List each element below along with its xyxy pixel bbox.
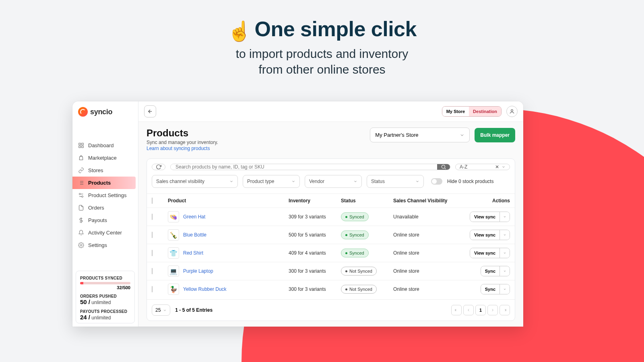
pill-my-store[interactable]: My Store xyxy=(442,107,469,116)
svg-point-11 xyxy=(82,196,83,197)
logo[interactable]: syncio xyxy=(72,101,138,122)
row-checkbox[interactable] xyxy=(152,232,153,238)
stats-card: PRODUCTS SYNCED 32/500 ORDERS PUSHED 50 … xyxy=(76,271,135,323)
svg-point-15 xyxy=(511,109,513,111)
table-row: 🦆Yellow Rubber Duck300 for 3 variantsNot… xyxy=(147,280,515,298)
filter-label: Status xyxy=(371,179,385,184)
partner-store-select[interactable]: My Partner's Store xyxy=(370,128,470,142)
chevron-down-icon xyxy=(502,165,506,169)
logo-icon xyxy=(78,107,88,117)
learn-link[interactable]: Learn about syncing products xyxy=(147,146,218,151)
row-action-button[interactable]: Sync xyxy=(481,266,500,276)
topbar: My Store Destination xyxy=(138,101,523,122)
sidebar-item-label: Dashboard xyxy=(88,142,114,148)
sliders-icon xyxy=(78,192,84,198)
row-checkbox[interactable] xyxy=(152,250,153,256)
table-body: 👒Green Hat309 for 3 variantsSyncedUnavai… xyxy=(147,208,515,298)
sidebar-item-marketplace[interactable]: Marketplace xyxy=(72,152,138,164)
hero-banner: ☝️One simple click to import products an… xyxy=(0,0,644,77)
table-row: 🍾Blue Bottle500 for 5 variantsSyncedOnli… xyxy=(147,226,515,244)
row-action-dropdown[interactable] xyxy=(500,266,510,276)
sidebar-item-label: Marketplace xyxy=(88,155,117,161)
stats-orders-value: 50 / xyxy=(80,298,90,305)
row-action-dropdown[interactable] xyxy=(500,284,510,294)
col-status: Status xyxy=(341,198,393,204)
close-icon[interactable]: ✕ xyxy=(495,164,499,170)
filter-status[interactable]: Status xyxy=(367,175,424,188)
page-prev-button[interactable] xyxy=(463,305,474,315)
sidebar-item-payouts[interactable]: Payouts xyxy=(72,214,138,226)
stats-synced-count: 32/500 xyxy=(80,285,130,290)
user-menu[interactable] xyxy=(506,106,518,117)
sidebar-item-settings[interactable]: Settings xyxy=(72,239,138,251)
entries-label: 1 - 5 of 5 Entries xyxy=(175,307,213,313)
main: My Store Destination Products Sync and m… xyxy=(138,101,523,327)
filter-channel-visibility[interactable]: Sales channel visibility xyxy=(152,175,238,188)
page-next-button[interactable] xyxy=(487,305,498,315)
pill-destination[interactable]: Destination xyxy=(469,107,501,116)
per-page-select[interactable]: 25 xyxy=(152,304,170,316)
col-product: Product xyxy=(168,198,289,204)
sidebar-item-orders[interactable]: Orders xyxy=(72,202,138,214)
product-name-link[interactable]: Green Hat xyxy=(183,214,205,220)
back-button[interactable] xyxy=(144,105,156,117)
sidebar-item-stores[interactable]: Stores xyxy=(72,164,138,177)
status-badge: Not Synced xyxy=(341,267,377,276)
logo-text: syncio xyxy=(90,108,112,116)
stats-orders-unit: unlimited xyxy=(90,300,111,305)
product-name-link[interactable]: Yellow Rubber Duck xyxy=(183,286,227,292)
filter-vendor[interactable]: Vendor xyxy=(305,175,362,188)
per-page-value: 25 xyxy=(155,307,161,313)
row-action-dropdown[interactable] xyxy=(500,248,510,258)
grid-icon xyxy=(78,142,84,148)
sidebar-item-products[interactable]: Products xyxy=(72,177,136,189)
filter-product-type[interactable]: Product type xyxy=(243,175,300,188)
search-button[interactable] xyxy=(437,164,450,170)
bulk-mapper-button[interactable]: Bulk mapper xyxy=(475,128,515,142)
select-all-checkbox[interactable] xyxy=(152,197,153,204)
sidebar-item-activity[interactable]: Activity Center xyxy=(72,226,138,239)
svg-rect-2 xyxy=(79,146,80,148)
table-row: 👒Green Hat309 for 3 variantsSyncedUnavai… xyxy=(147,208,515,226)
page-first-button[interactable] xyxy=(451,305,462,315)
row-action-button[interactable]: View sync xyxy=(470,212,500,222)
product-name-link[interactable]: Red Shirt xyxy=(183,250,203,256)
sidebar-item-product-settings[interactable]: Product Settings xyxy=(72,189,138,202)
pagination: 1 xyxy=(451,305,510,315)
sidebar-item-dashboard[interactable]: Dashboard xyxy=(72,139,138,152)
svg-point-10 xyxy=(79,193,81,195)
product-name-link[interactable]: Purple Laptop xyxy=(183,268,213,274)
refresh-button[interactable] xyxy=(152,164,165,170)
row-checkbox[interactable] xyxy=(152,268,153,274)
product-thumb: 👒 xyxy=(168,211,179,222)
row-checkbox[interactable] xyxy=(152,286,153,292)
row-action-dropdown[interactable] xyxy=(500,230,510,240)
stats-payouts-value: 24 / xyxy=(80,314,90,321)
svg-rect-0 xyxy=(79,143,80,145)
sidebar-item-label: Stores xyxy=(88,167,103,173)
search-input[interactable] xyxy=(171,164,437,170)
sidebar-item-label: Payouts xyxy=(88,217,107,223)
product-thumb: 🍾 xyxy=(168,229,179,241)
sidebar-item-label: Product Settings xyxy=(88,192,126,198)
inventory-cell: 300 for 3 variants xyxy=(289,286,341,292)
stats-synced-label: PRODUCTS SYNCED xyxy=(80,276,130,280)
hide-zero-toggle[interactable] xyxy=(431,178,442,185)
page-last-button[interactable] xyxy=(500,305,510,315)
sidebar-item-label: Orders xyxy=(88,205,104,211)
hero-subtitle-2: from other online stores xyxy=(258,63,385,76)
filter-label: Product type xyxy=(247,179,274,184)
row-checkbox[interactable] xyxy=(152,214,153,220)
row-action-button[interactable]: Sync xyxy=(481,284,500,294)
page-number[interactable]: 1 xyxy=(475,305,486,315)
row-action-button[interactable]: View sync xyxy=(470,248,500,258)
partner-store-value: My Partner's Store xyxy=(375,132,418,138)
inventory-cell: 409 for 4 variants xyxy=(289,250,341,256)
link-icon xyxy=(78,167,84,173)
product-name-link[interactable]: Blue Bottle xyxy=(183,232,206,238)
row-action-dropdown[interactable] xyxy=(500,212,510,222)
row-action-button[interactable]: View sync xyxy=(470,230,500,240)
product-thumb: 💻 xyxy=(168,265,179,277)
page-title: Products xyxy=(147,128,218,139)
sort-select[interactable]: A-Z✕ xyxy=(455,164,510,170)
